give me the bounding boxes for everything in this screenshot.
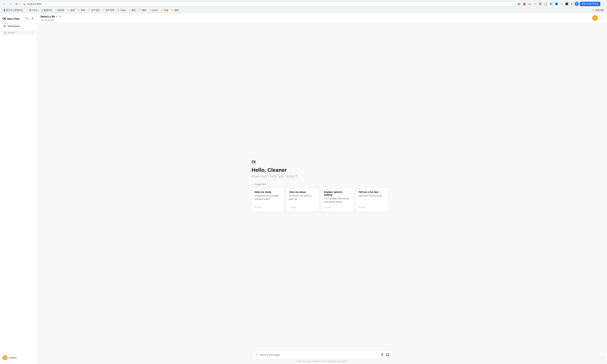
model-add-button[interactable]: + bbox=[58, 14, 62, 19]
card-3-prompt-label: Prompt bbox=[324, 206, 331, 208]
forward-button[interactable]: → bbox=[8, 1, 13, 6]
address-bar[interactable]: 🔒 localhost:3000 bbox=[20, 1, 515, 7]
sidebar: OI New Chat ✏️ ☰ ⊞ Workspace 🔍 Search C … bbox=[0, 13, 37, 364]
bookmark-computing[interactable]: ⚡ 算力中台 bbox=[25, 8, 39, 12]
bookmark-panshi[interactable]: 📁 磐石 bbox=[127, 8, 137, 12]
bookmark-folder-icon-2: 📁 bbox=[78, 9, 80, 12]
share-btn[interactable]: 📤 bbox=[522, 2, 527, 6]
suggestion-cards: Help me study vocabulary for a college e… bbox=[252, 188, 392, 212]
sidebar-user-avatar: C bbox=[2, 355, 7, 360]
card-1-footer: Prompt ↑ bbox=[255, 204, 281, 209]
message-input[interactable] bbox=[260, 353, 379, 356]
bookmark-asset-mgmt[interactable]: 📁 资产管理 bbox=[101, 8, 116, 12]
bookmark-ldap[interactable]: 📁 LDAP bbox=[148, 9, 159, 12]
bookmark-folder-icon-8: 📁 bbox=[149, 9, 152, 12]
bookmark-madao[interactable]: 📁 码道 bbox=[160, 8, 170, 12]
bookmark-folder-icon-1: 📁 bbox=[67, 9, 70, 12]
new-chat-label: New Chat bbox=[7, 17, 19, 20]
mic-button[interactable]: 🎙️ bbox=[381, 353, 384, 356]
menu-btn[interactable]: ⋮ bbox=[601, 2, 605, 6]
model-name-label: llama3.1:8b bbox=[40, 15, 55, 18]
sidebar-search[interactable]: 🔍 Search bbox=[2, 30, 35, 35]
bookmark-data-icon: 📊 bbox=[41, 9, 43, 12]
card-2-title: Give me ideas bbox=[289, 191, 316, 194]
bookmark-data[interactable]: 📊 数据中台 bbox=[39, 8, 54, 12]
sidebar-item-workspace[interactable]: ⊞ Workspace bbox=[1, 23, 36, 29]
bookmark-folder-icon-9: 📁 bbox=[161, 9, 164, 12]
sidebar-header: OI New Chat ✏️ ☰ bbox=[0, 15, 37, 23]
ext5-btn[interactable]: 🛡 bbox=[560, 2, 564, 6]
card-4-send-button[interactable]: ↑ bbox=[384, 206, 385, 209]
ext3-btn[interactable]: 🌐 bbox=[549, 2, 553, 6]
header-right: C ⋮ bbox=[592, 15, 604, 21]
card-2-send-button[interactable]: ↑ bbox=[315, 206, 316, 209]
card-3-title: Explain options trading bbox=[324, 191, 350, 196]
ext4-btn[interactable]: 🔵 bbox=[554, 2, 559, 6]
bookmark-itsm[interactable]: 📁 ITSM bbox=[116, 9, 127, 12]
header-menu-button[interactable]: ⋮ bbox=[599, 15, 604, 20]
bookmark-user-center[interactable]: 👤 用户中心管理平台 bbox=[2, 8, 25, 12]
model-selector[interactable]: llama3.1:8b ▾ + bbox=[40, 14, 62, 19]
workspace-icon: ⊞ bbox=[3, 24, 6, 28]
search-placeholder: Search bbox=[8, 31, 15, 34]
refresh-button[interactable]: ↻ bbox=[14, 1, 19, 6]
ext6-btn[interactable]: ⬛ bbox=[565, 2, 569, 6]
bookmark-btn[interactable]: ☆ bbox=[533, 2, 537, 6]
sidebar-new-chat[interactable]: OI New Chat bbox=[2, 17, 19, 21]
list-icon-btn[interactable]: ☰ bbox=[31, 16, 34, 21]
bookmark-user-center-icon: 👤 bbox=[3, 9, 6, 12]
ext2-btn[interactable]: 📋 bbox=[543, 2, 548, 6]
ext1-btn[interactable]: 🦊 bbox=[538, 2, 542, 6]
bookmark-caikong[interactable]: 📁 采控 bbox=[77, 8, 86, 12]
workspace-label: Workspace bbox=[8, 25, 20, 27]
card-2-subtitle: for what to do with my kids' art bbox=[289, 194, 316, 200]
set-default-label[interactable]: Set as default bbox=[40, 19, 62, 22]
card-4-prompt-label: Prompt bbox=[359, 206, 365, 208]
suggested-label: ✦ Suggested bbox=[252, 183, 392, 185]
help-button[interactable]: ? bbox=[600, 357, 604, 361]
input-container: ＋ 🎙️ 🎧 bbox=[252, 351, 392, 359]
bookmarks-folder-icon: 📁 bbox=[592, 9, 595, 12]
bookmark-folder-icon-5: 📁 bbox=[117, 9, 120, 12]
suggestion-card-3[interactable]: Explain options trading if I'm familiar … bbox=[321, 188, 353, 212]
all-bookmarks-btn[interactable]: 📁 所有书签 bbox=[591, 8, 605, 12]
browser-user-avatar[interactable]: I bbox=[575, 2, 579, 6]
sidebar-user-footer[interactable]: C Cleaner bbox=[0, 353, 37, 362]
suggestion-card-4[interactable]: Tell me a fun fact about the Roman Empi … bbox=[356, 188, 388, 212]
card-4-footer: Prompt ↑ bbox=[359, 204, 385, 209]
card-3-footer: Prompt ↑ bbox=[324, 204, 350, 209]
bookmark-fortress[interactable]: 🛡 堡垒机 bbox=[54, 8, 66, 12]
bookmark-asset-inventory[interactable]: 📁 资产盘点 bbox=[87, 8, 101, 12]
bookmark-folder-icon-6: 📁 bbox=[129, 9, 131, 12]
card-4-subtitle: about the Roman Empi bbox=[359, 194, 385, 197]
bookmark-haina[interactable]: 📁 海纳 bbox=[138, 8, 148, 12]
card-1-prompt-label: Prompt bbox=[255, 206, 261, 208]
bookmark-chaodim[interactable]: 📁 超维 bbox=[66, 8, 76, 12]
card-2-prompt-label: Prompt bbox=[289, 206, 296, 208]
bookmark-folder-icon-3: 📁 bbox=[88, 9, 91, 12]
card-1-send-button[interactable]: ↑ bbox=[280, 206, 281, 209]
back-button[interactable]: ← bbox=[2, 1, 7, 6]
headphone-button[interactable]: 🎧 bbox=[386, 353, 389, 356]
card-2-footer: Prompt ↑ bbox=[289, 204, 316, 209]
header-user-avatar[interactable]: C bbox=[592, 15, 598, 21]
sidebar-user-name: Cleaner bbox=[9, 356, 17, 359]
download-btn[interactable]: ⬇ bbox=[570, 2, 574, 6]
ol-logo: OI bbox=[252, 160, 392, 164]
suggestion-card-1[interactable]: Help me study vocabulary for a college e… bbox=[252, 188, 284, 212]
bookmark-performance[interactable]: 📁 绩效 bbox=[170, 8, 180, 12]
lock-icon: 🔒 bbox=[23, 3, 26, 5]
edit-icon-btn[interactable]: ✏️ bbox=[25, 16, 30, 21]
card-3-send-button[interactable]: ↑ bbox=[349, 206, 350, 209]
suggestion-card-2[interactable]: Give me ideas for what to do with my kid… bbox=[286, 188, 319, 212]
reader-btn[interactable]: 📖 bbox=[528, 2, 532, 6]
disclaimer-text: LLMs can make mistakes. Verify important… bbox=[296, 360, 348, 363]
input-plus-button[interactable]: ＋ bbox=[255, 352, 258, 357]
chat-header: llama3.1:8b ▾ + Set as default C ⋮ bbox=[37, 13, 607, 23]
bookmark-computing-icon: ⚡ bbox=[26, 9, 29, 12]
extensions-btn[interactable]: 🧩 bbox=[517, 2, 521, 6]
welcome-title: Hello, Cleaner bbox=[252, 167, 392, 173]
card-1-subtitle: vocabulary for a college entrance exam bbox=[255, 194, 281, 200]
update-button[interactable]: 重新启动即可更新 bbox=[580, 2, 600, 6]
bookmark-fortress-icon: 🛡 bbox=[55, 9, 57, 12]
